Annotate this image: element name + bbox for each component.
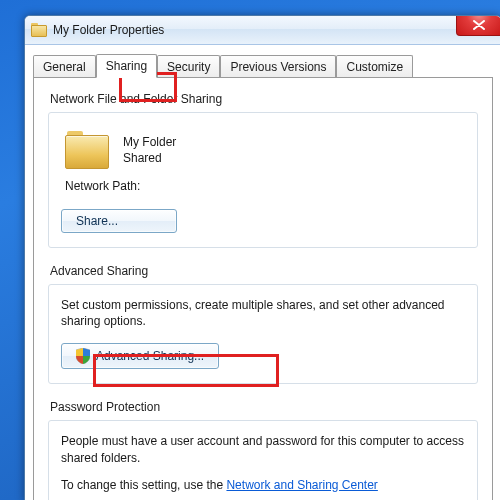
close-button[interactable]	[456, 15, 500, 36]
properties-dialog: My Folder Properties General Sharing Sec…	[24, 15, 500, 500]
advanced-sharing-button[interactable]: Advanced Sharing...	[61, 343, 219, 369]
password-group: People must have a user account and pass…	[48, 420, 478, 500]
desktop-background: My Folder Properties General Sharing Sec…	[0, 0, 500, 500]
tab-sharing[interactable]: Sharing	[96, 54, 157, 78]
tab-security[interactable]: Security	[157, 55, 220, 78]
tab-panel-sharing: Network File and Folder Sharing My Folde…	[33, 77, 493, 500]
folder-large-icon	[65, 131, 109, 169]
tabstrip: General Sharing Security Previous Versio…	[33, 53, 493, 77]
password-change-prefix: To change this setting, use the	[61, 478, 226, 492]
advanced-group: Set custom permissions, create multiple …	[48, 284, 478, 384]
advanced-sharing-button-label: Advanced Sharing...	[96, 349, 204, 363]
password-section-label: Password Protection	[50, 400, 478, 414]
nfs-folder-name: My Folder	[123, 134, 176, 150]
titlebar[interactable]: My Folder Properties	[25, 16, 500, 45]
advanced-desc: Set custom permissions, create multiple …	[61, 297, 465, 329]
share-button[interactable]: Share...	[61, 209, 177, 233]
advanced-section-label: Advanced Sharing	[50, 264, 478, 278]
nfs-section-label: Network File and Folder Sharing	[50, 92, 478, 106]
password-change-line: To change this setting, use the Network …	[61, 478, 465, 492]
client-area: General Sharing Security Previous Versio…	[25, 45, 500, 500]
folder-icon	[31, 23, 47, 37]
password-desc: People must have a user account and pass…	[61, 433, 465, 465]
close-icon	[473, 20, 485, 30]
tab-general[interactable]: General	[33, 55, 96, 78]
tab-previous-versions[interactable]: Previous Versions	[220, 55, 336, 78]
nfs-status: Shared	[123, 150, 176, 166]
share-button-label: Share...	[76, 214, 118, 228]
uac-shield-icon	[76, 348, 90, 364]
network-path-label: Network Path:	[65, 179, 465, 193]
nfs-group: My Folder Shared Network Path: Share...	[48, 112, 478, 248]
nfs-info: My Folder Shared	[123, 134, 176, 166]
window-title: My Folder Properties	[53, 23, 164, 37]
tab-customize[interactable]: Customize	[336, 55, 413, 78]
network-sharing-center-link[interactable]: Network and Sharing Center	[226, 478, 377, 492]
